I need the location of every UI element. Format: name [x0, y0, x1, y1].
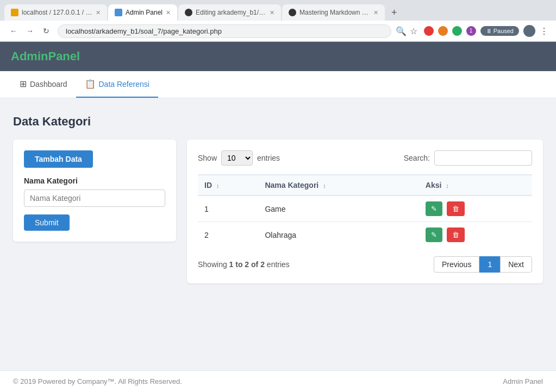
- url-bar[interactable]: [58, 24, 391, 38]
- tab-3-icon: [185, 9, 192, 16]
- row2-action-cell: ✎ 🗑: [426, 227, 526, 242]
- showing-suffix: entries: [265, 260, 290, 269]
- showing-info: Showing 1 to 2 of 2 entries: [198, 260, 290, 269]
- tab-2[interactable]: Admin Panel ✕: [108, 4, 177, 21]
- browser-icons: 🔍 ☆ 1 ⏸ Paused ⋮: [396, 25, 549, 37]
- search-input[interactable]: [434, 150, 532, 166]
- col-aksi-label: Aksi: [426, 181, 442, 189]
- dashboard-icon: ⊞: [20, 79, 27, 89]
- form-group: Nama Kategori: [24, 176, 165, 207]
- submit-button[interactable]: Submit: [24, 214, 70, 231]
- row1-delete-button[interactable]: 🗑: [447, 201, 465, 216]
- row1-id: 1: [198, 195, 258, 222]
- main-content: Data Kategori Tambah Data Nama Kategori …: [0, 98, 556, 300]
- content-area: Tambah Data Nama Kategori Submit Show 10…: [13, 140, 543, 283]
- pagination: Previous 1 Next: [434, 256, 532, 273]
- footer-left: © 2019 Powered by Company™. All Rights R…: [13, 377, 182, 385]
- table-bottom: Showing 1 to 2 of 2 entries Previous 1 N…: [198, 256, 532, 273]
- app-navbar: AdminPanel: [0, 42, 556, 71]
- showing-range: 1 to 2 of 2: [229, 260, 265, 269]
- entries-label: entries: [257, 154, 280, 162]
- tambah-data-button[interactable]: Tambah Data: [24, 150, 93, 168]
- tab-1-icon: [11, 9, 18, 16]
- tab-1-label: localhost / 127.0.0.1 / db_ark: [22, 9, 92, 16]
- row1-nama-kategori: Game: [258, 195, 418, 222]
- tab-2-close[interactable]: ✕: [166, 9, 171, 16]
- browser-chrome: localhost / 127.0.0.1 / db_ark ✕ Admin P…: [0, 0, 556, 42]
- table-top-controls: Show 10 25 50 100 entries Search:: [198, 150, 532, 166]
- tab-4-label: Mastering Markdown · GitHub: [299, 9, 370, 16]
- tab-3-label: Editing arkademy_b1/README: [196, 9, 266, 16]
- brand-logo: AdminPanel: [11, 49, 80, 64]
- row2-nama-kategori: Olahraga: [258, 222, 418, 248]
- row2-edit-button[interactable]: ✎: [426, 227, 442, 242]
- table-header-row: ID ↕ Nama Kategori ↕ Aksi ↕: [198, 175, 532, 195]
- page-title: Data Kategori: [13, 115, 543, 129]
- row1-edit-button[interactable]: ✎: [426, 201, 442, 216]
- col-aksi-header[interactable]: Aksi ↕: [419, 175, 532, 195]
- tab-4[interactable]: Mastering Markdown · GitHub ✕: [282, 4, 385, 21]
- next-button[interactable]: Next: [500, 256, 532, 273]
- showing-prefix: Showing: [198, 260, 229, 269]
- col-id-label: ID: [204, 181, 212, 189]
- show-entries: Show 10 25 50 100 entries: [198, 150, 280, 166]
- new-tab-button[interactable]: +: [386, 5, 403, 21]
- pause-button[interactable]: ⏸ Paused: [480, 26, 519, 36]
- data-table: ID ↕ Nama Kategori ↕ Aksi ↕: [198, 174, 532, 248]
- footer: © 2019 Powered by Company™. All Rights R…: [0, 370, 556, 392]
- extension-red-icon[interactable]: [424, 26, 434, 36]
- nav-buttons: ← → ↻: [7, 24, 53, 38]
- entries-select[interactable]: 10 25 50 100: [221, 150, 253, 166]
- previous-button[interactable]: Previous: [434, 256, 479, 273]
- nav-dashboard-label: Dashboard: [30, 80, 67, 88]
- brand-part1: Admin: [11, 49, 48, 63]
- tab-1-close[interactable]: ✕: [96, 9, 101, 16]
- brand-part2: Panel: [48, 49, 80, 63]
- tab-3[interactable]: Editing arkademy_b1/README ✕: [178, 4, 281, 21]
- forward-button[interactable]: →: [23, 24, 37, 38]
- col-aksi-sort-icon: ↕: [446, 182, 449, 189]
- extension-green-icon[interactable]: [452, 26, 462, 36]
- table-card: Show 10 25 50 100 entries Search:: [187, 140, 543, 283]
- tab-4-icon: [289, 9, 296, 16]
- nama-kategori-input[interactable]: [24, 189, 165, 207]
- row1-action-cell: ✎ 🗑: [426, 201, 526, 216]
- tab-4-close[interactable]: ✕: [373, 9, 378, 16]
- col-nama-sort-icon: ↕: [323, 182, 326, 189]
- form-card: Tambah Data Nama Kategori Submit: [13, 140, 176, 242]
- address-bar: ← → ↻ 🔍 ☆ 1 ⏸ Paused ⋮: [0, 21, 556, 42]
- tab-1[interactable]: localhost / 127.0.0.1 / db_ark ✕: [4, 4, 107, 21]
- nav-data-referensi[interactable]: 📋 Data Referensi: [76, 71, 158, 98]
- data-referensi-icon: 📋: [85, 79, 96, 89]
- tab-3-close[interactable]: ✕: [270, 9, 274, 16]
- row2-aksi: ✎ 🗑: [419, 222, 532, 248]
- tab-bar: localhost / 127.0.0.1 / db_ark ✕ Admin P…: [0, 0, 556, 21]
- nama-kategori-label: Nama Kategori: [24, 176, 165, 185]
- col-id-sort-icon: ↕: [216, 182, 220, 189]
- footer-right: Admin Panel: [503, 377, 543, 385]
- row2-id: 2: [198, 222, 258, 248]
- back-button[interactable]: ←: [7, 24, 21, 38]
- avatar-icon[interactable]: [523, 25, 535, 37]
- show-label: Show: [198, 154, 217, 162]
- menu-icon[interactable]: ⋮: [540, 26, 549, 36]
- nav-dashboard[interactable]: ⊞ Dashboard: [11, 71, 76, 98]
- reload-button[interactable]: ↻: [39, 24, 53, 38]
- col-nama-label: Nama Kategori: [265, 181, 318, 189]
- tab-2-label: Admin Panel: [126, 9, 163, 16]
- row1-aksi: ✎ 🗑: [419, 195, 532, 222]
- search-icon[interactable]: 🔍: [396, 26, 405, 36]
- star-icon[interactable]: ☆: [410, 26, 420, 36]
- page-1-button[interactable]: 1: [479, 256, 500, 273]
- sub-navigation: ⊞ Dashboard 📋 Data Referensi: [0, 71, 556, 98]
- search-label: Search:: [404, 154, 430, 162]
- table-row: 2 Olahraga ✎ 🗑: [198, 222, 532, 248]
- extension-badge-icon[interactable]: 1: [466, 26, 476, 36]
- search-area: Search:: [404, 150, 532, 166]
- col-id-header[interactable]: ID ↕: [198, 175, 258, 195]
- nav-data-referensi-label: Data Referensi: [99, 80, 149, 88]
- row2-delete-button[interactable]: 🗑: [447, 227, 465, 242]
- table-row: 1 Game ✎ 🗑: [198, 195, 532, 222]
- extension-orange-icon[interactable]: [438, 26, 448, 36]
- col-nama-kategori-header[interactable]: Nama Kategori ↕: [258, 175, 418, 195]
